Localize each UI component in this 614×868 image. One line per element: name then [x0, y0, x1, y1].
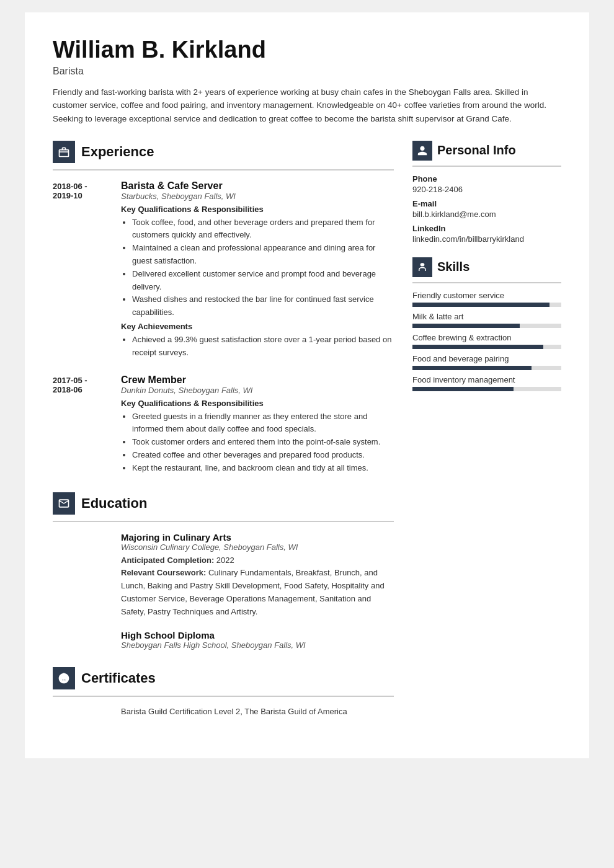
skill-bar-fill [412, 345, 543, 349]
right-column: Personal Info Phone 920-218-2406 E-mail … [412, 141, 561, 733]
email-value: bill.b.kirkland@me.com [412, 210, 561, 219]
exp-bullet: Greeted guests in a friendly manner as t… [132, 410, 394, 436]
skill-bar-fill [412, 303, 549, 307]
skills-header: Skills [412, 257, 561, 277]
edu-degree: High School Diploma [121, 630, 394, 640]
exp-entry: 2018-06 - 2019-10 Barista & Cafe Server … [53, 180, 394, 360]
skills-entries: Friendly customer service Milk & latte a… [412, 291, 561, 391]
edu-entry: High School Diploma Sheboygan Falls High… [53, 630, 394, 650]
main-content: Experience 2018-06 - 2019-10 Barista & C… [53, 141, 561, 733]
skills-svg-icon [417, 262, 428, 273]
exp-dates: 2017-05 - 2018-06 [53, 374, 109, 475]
skill-item: Friendly customer service [412, 291, 561, 307]
personal-info-header: Personal Info [412, 141, 561, 161]
skill-bar-bg [412, 387, 561, 391]
education-divider [53, 521, 394, 522]
achievements-list: Achieved a 99.3% guest satisfaction stor… [121, 334, 394, 360]
experience-section: Experience 2018-06 - 2019-10 Barista & C… [53, 141, 394, 475]
qualifications-list: Took coffee, food, and other beverage or… [121, 216, 394, 319]
relevant-coursework: Relevant Coursework: Culinary Fundamenta… [121, 567, 394, 618]
exp-bullet: Created coffee and other beverages and p… [132, 449, 394, 462]
exp-bullet: Delivered excellent customer service and… [132, 268, 394, 294]
edu-school: Sheboygan Falls High School, Sheboygan F… [121, 640, 394, 650]
candidate-summary: Friendly and fast-working barista with 2… [53, 86, 561, 126]
exp-content: Crew Member Dunkin Donuts, Sheboygan Fal… [121, 374, 394, 475]
candidate-name: William B. Kirkland [53, 37, 561, 63]
skill-bar-bg [412, 345, 561, 349]
certificates-header: Certificates [53, 667, 394, 689]
experience-entries: 2018-06 - 2019-10 Barista & Cafe Server … [53, 180, 394, 475]
linkedin-value: linkedin.com/in/billbarrykirkland [412, 234, 561, 244]
education-header: Education [53, 492, 394, 515]
education-icon [53, 492, 75, 515]
personal-info-section: Personal Info Phone 920-218-2406 E-mail … [412, 141, 561, 244]
education-title: Education [81, 495, 147, 512]
certificates-icon [53, 667, 75, 689]
phone-value: 920-218-2406 [412, 185, 561, 194]
achievement-bullet: Achieved a 99.3% guest satisfaction stor… [132, 334, 394, 360]
certificates-section: Certificates Barista Guild Certification… [53, 667, 394, 716]
edu-entry: Majoring in Culinary Arts Wisconsin Culi… [53, 532, 394, 619]
exp-bullet: Washed dishes and restocked the bar line… [132, 293, 394, 319]
exp-company: Dunkin Donuts, Sheboygan Falls, WI [121, 386, 394, 395]
experience-divider [53, 169, 394, 170]
experience-header: Experience [53, 141, 394, 163]
left-column: Experience 2018-06 - 2019-10 Barista & C… [53, 141, 394, 733]
achievements-label: Key Achievements [121, 322, 394, 331]
skill-item: Food and beverage pairing [412, 354, 561, 370]
education-section: Education Majoring in Culinary Arts Wisc… [53, 492, 394, 650]
award-icon [58, 672, 70, 684]
skill-bar-bg [412, 324, 561, 328]
skill-name: Food and beverage pairing [412, 354, 561, 363]
skill-name: Milk & latte art [412, 312, 561, 321]
anticipated-completion: Anticipated Completion: 2022 [121, 554, 394, 567]
candidate-title: Barista [53, 66, 561, 77]
phone-label: Phone [412, 174, 561, 184]
personal-info-title: Personal Info [437, 143, 516, 157]
experience-icon [53, 141, 75, 163]
exp-entry: 2017-05 - 2018-06 Crew Member Dunkin Don… [53, 374, 394, 475]
skill-bar-fill [412, 324, 520, 328]
skill-name: Friendly customer service [412, 291, 561, 300]
education-entries: Majoring in Culinary Arts Wisconsin Culi… [53, 532, 394, 650]
qualifications-list: Greeted guests in a friendly manner as t… [121, 410, 394, 475]
graduation-icon [58, 497, 70, 510]
skill-bar-bg [412, 366, 561, 370]
linkedin-label: LinkedIn [412, 224, 561, 233]
skill-name: Food inventory management [412, 375, 561, 384]
skill-bar-bg [412, 303, 561, 307]
exp-content: Barista & Cafe Server Starbucks, Sheboyg… [121, 180, 394, 360]
certificates-divider [53, 696, 394, 697]
experience-title: Experience [81, 144, 154, 160]
edu-school: Wisconsin Culinary College, Sheboygan Fa… [121, 542, 394, 552]
edu-degree: Majoring in Culinary Arts [121, 532, 394, 542]
personal-info-divider [412, 166, 561, 167]
skill-bar-fill [412, 366, 532, 370]
qualifications-label: Key Qualifications & Responsibilities [121, 205, 394, 214]
exp-bullet: Kept the restaurant, line, and backroom … [132, 462, 394, 475]
skill-item: Coffee brewing & extraction [412, 333, 561, 349]
skills-divider [412, 282, 561, 283]
certificates-title: Certificates [81, 670, 156, 686]
exp-bullet: Took customer orders and entered them in… [132, 436, 394, 449]
person-icon [417, 145, 428, 156]
skill-bar-fill [412, 387, 514, 391]
exp-bullet: Took coffee, food, and other beverage or… [132, 216, 394, 242]
skill-item: Milk & latte art [412, 312, 561, 328]
exp-company: Starbucks, Sheboygan Falls, WI [121, 192, 394, 201]
exp-job-title: Barista & Cafe Server [121, 180, 394, 192]
header: William B. Kirkland Barista Friendly and… [53, 37, 561, 126]
exp-job-title: Crew Member [121, 374, 394, 386]
skills-icon [412, 257, 432, 277]
briefcase-icon [58, 146, 70, 158]
skill-name: Coffee brewing & extraction [412, 333, 561, 342]
skills-section: Skills Friendly customer service Milk & … [412, 257, 561, 391]
exp-dates: 2018-06 - 2019-10 [53, 180, 109, 360]
skill-item: Food inventory management [412, 375, 561, 391]
email-label: E-mail [412, 199, 561, 208]
exp-bullet: Maintained a clean and professional appe… [132, 242, 394, 268]
resume-container: William B. Kirkland Barista Friendly and… [25, 12, 589, 758]
certificates-entries: Barista Guild Certification Level 2, The… [53, 707, 394, 716]
skills-title: Skills [437, 260, 469, 274]
qualifications-label: Key Qualifications & Responsibilities [121, 399, 394, 408]
